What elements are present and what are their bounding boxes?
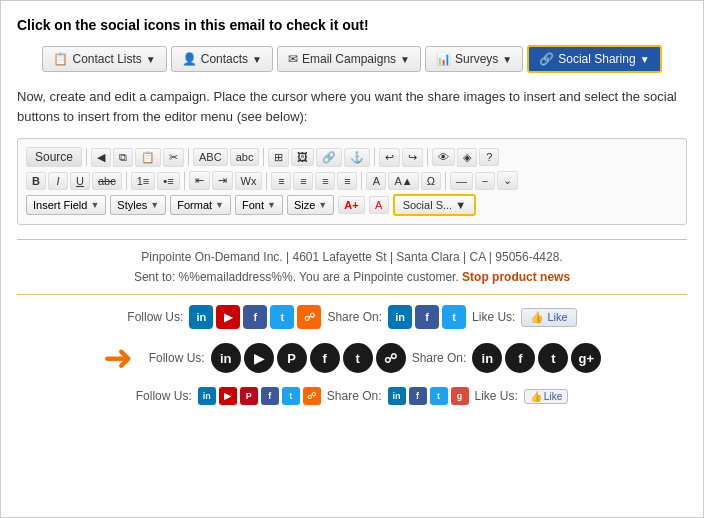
align-center-btn[interactable]: ≡ <box>293 172 313 190</box>
dropdown-arrow: ▼ <box>252 54 262 65</box>
facebook-dark-share[interactable]: f <box>505 343 535 373</box>
twitter-icon[interactable]: t <box>270 305 294 329</box>
nav-bar: 📋 Contact Lists ▼ 👤 Contacts ▼ ✉ Email C… <box>17 45 687 73</box>
ul-btn[interactable]: •≡ <box>157 172 179 190</box>
linkedin-icon[interactable]: in <box>189 305 213 329</box>
like-label-3: Like Us: <box>475 389 518 403</box>
twitter-sm-share[interactable]: t <box>430 387 448 405</box>
dropdown-arrow-icon: ▼ <box>215 200 224 210</box>
align-btn[interactable]: Wx <box>235 172 263 190</box>
editor-box: Source ◀ ⧉ 📋 ✂ ABC abc ⊞ 🖼 🔗 ⚓ ↩ ↪ 👁 ◈ ?… <box>17 138 687 225</box>
color-btn[interactable]: A <box>366 172 386 190</box>
size-dropdown[interactable]: Size ▼ <box>287 195 334 215</box>
share-icons-2: in f t g+ <box>472 343 601 373</box>
source-button[interactable]: Source <box>26 147 82 167</box>
nav-contact-lists[interactable]: 📋 Contact Lists ▼ <box>42 46 166 72</box>
code-btn[interactable]: ◈ <box>457 148 477 167</box>
rss-icon[interactable]: ☍ <box>297 305 321 329</box>
sub-btn[interactable]: ⌄ <box>497 171 518 190</box>
contact-icon: 👤 <box>182 52 197 66</box>
align-right-btn[interactable]: ≡ <box>315 172 335 190</box>
underline-btn[interactable]: U <box>70 172 90 190</box>
toolbar-row-1: Source ◀ ⧉ 📋 ✂ ABC abc ⊞ 🖼 🔗 ⚓ ↩ ↪ 👁 ◈ ? <box>26 147 678 167</box>
separator <box>126 172 127 190</box>
strike-btn[interactable]: abc <box>92 172 122 190</box>
hr-btn[interactable]: — <box>450 172 473 190</box>
rss-sm-icon[interactable]: ☍ <box>303 387 321 405</box>
nav-contacts[interactable]: 👤 Contacts ▼ <box>171 46 273 72</box>
minus-btn[interactable]: − <box>475 172 495 190</box>
dropdown-arrow-icon: ▼ <box>267 200 276 210</box>
rss-dark-icon[interactable]: ☍ <box>376 343 406 373</box>
twitter-sm-icon[interactable]: t <box>282 387 300 405</box>
like-button-1[interactable]: 👍 Like <box>521 308 576 327</box>
youtube-dark-icon[interactable]: ▶ <box>244 343 274 373</box>
anchor-btn[interactable]: ⚓ <box>344 148 370 167</box>
italic-btn[interactable]: I <box>48 172 68 190</box>
twitter-dark-share[interactable]: t <box>538 343 568 373</box>
font-size-down-btn[interactable]: A <box>369 196 389 214</box>
youtube-sm-icon[interactable]: ▶ <box>219 387 237 405</box>
footer-unsub: Sent to: %%emailaddress%%. You are a Pin… <box>17 270 687 284</box>
nav-social-sharing[interactable]: 🔗 Social Sharing ▼ <box>527 45 661 73</box>
page-heading: Click on the social icons in this email … <box>17 17 687 33</box>
paste-btn[interactable]: 📋 <box>135 148 161 167</box>
youtube-icon[interactable]: ▶ <box>216 305 240 329</box>
linkedin-dark-share[interactable]: in <box>472 343 502 373</box>
separator <box>263 148 264 166</box>
facebook-share-icon[interactable]: f <box>415 305 439 329</box>
indent-btn[interactable]: ⇥ <box>212 171 233 190</box>
copy-btn[interactable]: ⧉ <box>113 148 133 167</box>
like-button-3[interactable]: 👍 Like <box>524 389 568 404</box>
insert-field-dropdown[interactable]: Insert Field ▼ <box>26 195 106 215</box>
bold-btn[interactable]: B <box>26 172 46 190</box>
facebook-sm-icon[interactable]: f <box>261 387 279 405</box>
help-btn[interactable]: ? <box>479 148 499 166</box>
facebook-dark-icon[interactable]: f <box>310 343 340 373</box>
social-s-dropdown[interactable]: Social S... ▼ <box>393 194 476 216</box>
twitter-share-icon[interactable]: t <box>442 305 466 329</box>
thumbsup-icon: 👍 <box>530 311 544 324</box>
linkedin-share-icon[interactable]: in <box>388 305 412 329</box>
twitter-dark-icon[interactable]: t <box>343 343 373 373</box>
pinterest-dark-icon[interactable]: P <box>277 343 307 373</box>
format-dropdown[interactable]: Format ▼ <box>170 195 231 215</box>
linkedin-dark-icon[interactable]: in <box>211 343 241 373</box>
list-icon: 📋 <box>53 52 68 66</box>
cut-btn[interactable]: ✂ <box>163 148 184 167</box>
like-label-1: Like Us: <box>472 310 515 324</box>
spell-btn[interactable]: ABC <box>193 148 228 166</box>
img-btn[interactable]: 🖼 <box>291 148 314 166</box>
link-btn[interactable]: 🔗 <box>316 148 342 167</box>
outdent-btn[interactable]: ⇤ <box>189 171 210 190</box>
nav-surveys[interactable]: 📊 Surveys ▼ <box>425 46 523 72</box>
font-size-up-btn[interactable]: A+ <box>338 196 364 214</box>
nav-email-campaigns[interactable]: ✉ Email Campaigns ▼ <box>277 46 421 72</box>
special-btn[interactable]: Ω <box>421 172 441 190</box>
dropdown-arrow-icon: ▼ <box>318 200 327 210</box>
bg-btn[interactable]: A▲ <box>388 172 418 190</box>
googleplus-sm-share[interactable]: g <box>451 387 469 405</box>
undo2-btn[interactable]: ↩ <box>379 148 400 167</box>
redo-btn[interactable]: ↪ <box>402 148 423 167</box>
align-justify-btn[interactable]: ≡ <box>337 172 357 190</box>
facebook-sm-share[interactable]: f <box>409 387 427 405</box>
facebook-icon[interactable]: f <box>243 305 267 329</box>
preview-btn[interactable]: 👁 <box>432 148 455 166</box>
linkedin-sm-icon[interactable]: in <box>198 387 216 405</box>
share-icon: 🔗 <box>539 52 554 66</box>
googleplus-dark-share[interactable]: g+ <box>571 343 601 373</box>
align-left-btn[interactable]: ≡ <box>271 172 291 190</box>
styles-dropdown[interactable]: Styles ▼ <box>110 195 166 215</box>
stop-product-news-link[interactable]: Stop product news <box>462 270 570 284</box>
separator <box>86 148 87 166</box>
font-dropdown[interactable]: Font ▼ <box>235 195 283 215</box>
arrow-indicator: ➜ <box>103 337 133 379</box>
undo-btn[interactable]: ◀ <box>91 148 111 167</box>
table-btn[interactable]: ⊞ <box>268 148 289 167</box>
linkedin-sm-share[interactable]: in <box>388 387 406 405</box>
ol-btn[interactable]: 1≡ <box>131 172 156 190</box>
spell2-btn[interactable]: abc <box>230 148 260 166</box>
follow-label-1: Follow Us: <box>127 310 183 324</box>
pinterest-sm-icon[interactable]: P <box>240 387 258 405</box>
